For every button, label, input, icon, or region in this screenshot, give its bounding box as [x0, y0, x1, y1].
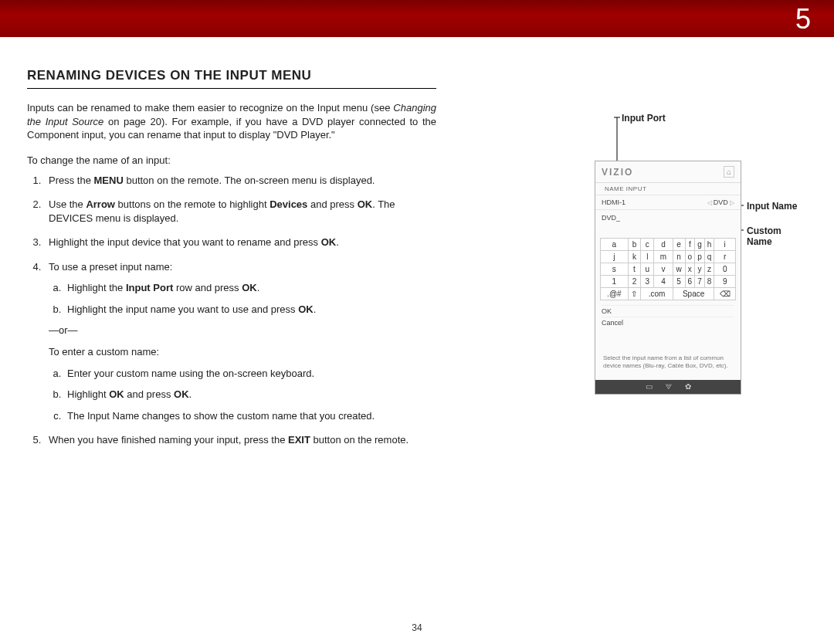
kb-key: v — [654, 263, 673, 276]
kb-key: 1 — [601, 276, 629, 288]
tv-custom-value: DVD_ — [602, 214, 620, 222]
kb-key: q — [704, 251, 714, 263]
left-column: RENAMING DEVICES ON THE INPUT MENU Input… — [27, 68, 436, 458]
lead-text: To change the name of an input: — [27, 154, 436, 166]
kb-key: c — [641, 239, 654, 251]
kb-key: h — [704, 239, 714, 251]
kb-key: b — [628, 239, 640, 251]
step-4-custom-a: Enter your custom name using the on-scre… — [64, 367, 436, 381]
callout-label-custom-name: Custom Name — [747, 225, 799, 247]
kb-key: 6 — [685, 276, 695, 288]
kb-key: 8 — [704, 276, 714, 288]
kb-key: y — [695, 263, 705, 276]
kb-key-special: Space — [673, 288, 714, 300]
tv-input-port-row: HDMI-1 ◁ DVD ▷ — [595, 195, 741, 209]
callout-label-input-name: Input Name — [747, 201, 797, 212]
kb-key: 2 — [628, 276, 640, 288]
tv-help-text: Select the input name from a list of com… — [595, 331, 741, 380]
tv-port-label: HDMI-1 — [602, 198, 626, 206]
kb-key: 9 — [714, 276, 736, 288]
kb-key: j — [601, 251, 629, 263]
step-1: Press the MENU button on the remote. The… — [44, 174, 436, 188]
step-4-sub: Highlight the Input Port row and press O… — [49, 281, 436, 316]
kb-key: m — [654, 251, 673, 263]
kb-key: i — [714, 239, 736, 251]
tv-brand: VIZIO — [602, 167, 633, 178]
kb-key: r — [714, 251, 736, 263]
kb-key-special: .com — [641, 288, 673, 300]
step-4: To use a preset input name: Highlight th… — [44, 260, 436, 422]
step-3: Highlight the input device that you want… — [44, 236, 436, 249]
kb-key: d — [654, 239, 673, 251]
down-icon: ⩔ — [665, 382, 673, 391]
tv-preset-value: ◁ DVD ▷ — [707, 198, 734, 206]
kb-key: g — [695, 239, 705, 251]
kb-key: 7 — [695, 276, 705, 288]
gear-icon: ✿ — [685, 382, 691, 391]
kb-key: 3 — [641, 276, 654, 288]
wide-icon: ▭ — [646, 382, 653, 391]
right-column: Input Port Input Name Custom Name VIZIO … — [475, 68, 799, 458]
tv-cancel-row: Cancel — [602, 317, 734, 328]
kb-key: x — [685, 263, 695, 276]
tv-ok-row: OK — [602, 305, 734, 317]
step-2: Use the Arrow buttons on the remote to h… — [44, 198, 436, 225]
kb-key: t — [628, 263, 640, 276]
chapter-number: 5 — [795, 3, 811, 36]
kb-key: f — [685, 239, 695, 251]
kb-key: p — [695, 251, 705, 263]
intro-text-1: Inputs can be renamed to make them easie… — [27, 102, 393, 114]
kb-key: 5 — [673, 276, 685, 288]
custom-lead: To enter a custom name: — [49, 345, 436, 359]
tv-header: VIZIO ⌂ — [595, 161, 741, 183]
tv-bottom-bar: ▭ ⩔ ✿ — [595, 380, 741, 394]
step-4-custom-sub: Enter your custom name using the on-scre… — [49, 367, 436, 423]
kb-key: s — [601, 263, 629, 276]
steps-list: Press the MENU button on the remote. The… — [27, 174, 436, 447]
kb-key: 0 — [714, 263, 736, 276]
on-screen-keyboard: abcdefghijklmnopqrstuvwxyz0123456789.@#⇧… — [600, 238, 736, 300]
chapter-header-bar: 5 — [0, 0, 834, 37]
step-4-custom-c: The Input Name changes to show the custo… — [64, 409, 436, 423]
kb-key: 4 — [654, 276, 673, 288]
kb-key: e — [673, 239, 685, 251]
kb-key-special: ⌫ — [714, 288, 736, 300]
or-separator: —or— — [49, 324, 436, 337]
kb-key-special: ⇧ — [628, 288, 640, 300]
step-5: When you have finished naming your input… — [44, 433, 436, 447]
kb-key: k — [628, 251, 640, 263]
tv-buttons: OK Cancel — [595, 302, 741, 331]
step-4b: Highlight the input name you want to use… — [64, 303, 436, 317]
kb-key: l — [641, 251, 654, 263]
tv-menu-screenshot: VIZIO ⌂ NAME INPUT HDMI-1 ◁ DVD ▷ DVD_ a… — [595, 161, 741, 395]
step-4a: Highlight the Input Port row and press O… — [64, 281, 436, 295]
kb-key: a — [601, 239, 629, 251]
kb-key: z — [704, 263, 714, 276]
kb-key: n — [673, 251, 685, 263]
tv-custom-name-row: DVD_ — [595, 209, 741, 225]
tv-menu-title: NAME INPUT — [595, 183, 741, 195]
home-icon: ⌂ — [724, 166, 734, 178]
step-4-custom-b: Highlight OK and press OK. — [64, 388, 436, 402]
kb-key: w — [673, 263, 685, 276]
kb-key: u — [641, 263, 654, 276]
page-number: 34 — [0, 622, 834, 633]
kb-key: o — [685, 251, 695, 263]
callout-label-input-port: Input Port — [622, 113, 666, 124]
page-content: RENAMING DEVICES ON THE INPUT MENU Input… — [0, 37, 834, 458]
kb-key-special: .@# — [601, 288, 629, 300]
intro-paragraph: Inputs can be renamed to make them easie… — [27, 101, 436, 142]
section-heading: RENAMING DEVICES ON THE INPUT MENU — [27, 68, 436, 89]
